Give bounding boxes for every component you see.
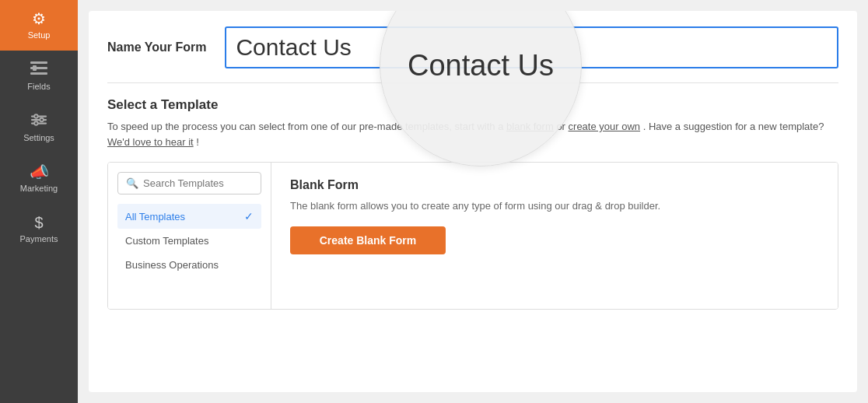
svg-point-7	[34, 114, 38, 118]
sidebar-label-marketing: Marketing	[20, 184, 58, 193]
search-input[interactable]	[143, 177, 253, 189]
template-nav-all-templates[interactable]: All Templates ✓	[117, 204, 261, 229]
name-form-label: Name Your Form	[107, 40, 206, 54]
sidebar: ⚙ Setup Fields Settings 📣	[0, 0, 78, 403]
svg-point-8	[40, 118, 44, 122]
sidebar-item-setup[interactable]: ⚙ Setup	[0, 0, 78, 51]
template-nav-business-operations[interactable]: Business Operations	[117, 253, 261, 277]
checkmark-icon: ✓	[244, 210, 254, 223]
svg-rect-0	[30, 61, 47, 64]
template-nav-custom-templates[interactable]: Custom Templates	[117, 229, 261, 253]
blank-form-desc: The blank form allows you to create any …	[290, 198, 819, 214]
fields-icon	[30, 61, 47, 78]
svg-point-9	[34, 121, 38, 125]
desc-text-4: !	[196, 136, 199, 148]
svg-rect-2	[30, 72, 47, 75]
main-content: Name Your Form Select a Template To spee…	[78, 0, 868, 403]
template-search-container[interactable]: 🔍	[117, 172, 261, 194]
sidebar-label-settings: Settings	[23, 133, 54, 142]
sidebar-label-fields: Fields	[27, 82, 50, 91]
form-panel: Name Your Form Select a Template To spee…	[89, 11, 857, 392]
template-content: Blank Form The blank form allows you to …	[271, 163, 838, 309]
marketing-icon: 📣	[30, 164, 49, 180]
sidebar-label-payments: Payments	[20, 234, 58, 244]
nav-all-templates-label: All Templates	[125, 211, 185, 223]
template-columns: 🔍 All Templates ✓ Custom Templates Busin…	[107, 162, 838, 310]
create-own-link[interactable]: create your own	[569, 121, 641, 132]
desc-text-3: . Have a suggestion for a new template?	[643, 121, 824, 132]
suggest-link[interactable]: We'd love to hear it	[107, 136, 194, 148]
template-sidebar: 🔍 All Templates ✓ Custom Templates Busin…	[108, 163, 271, 309]
create-blank-form-button[interactable]: Create Blank Form	[290, 226, 446, 254]
search-icon: 🔍	[126, 177, 138, 189]
setup-icon: ⚙	[32, 11, 46, 26]
desc-text-1: To speed up the process you can select f…	[107, 121, 503, 132]
settings-icon	[30, 113, 47, 129]
select-template-desc: To speed up the process you can select f…	[107, 119, 838, 149]
desc-text-2: or	[556, 121, 568, 132]
name-form-section: Name Your Form	[107, 26, 838, 83]
form-name-input[interactable]	[225, 26, 838, 68]
sidebar-item-fields[interactable]: Fields	[0, 51, 78, 102]
blank-form-link[interactable]: blank form	[506, 121, 554, 132]
nav-custom-templates-label: Custom Templates	[125, 235, 208, 247]
sidebar-item-payments[interactable]: $ Payments	[0, 204, 78, 254]
sidebar-item-settings[interactable]: Settings	[0, 102, 78, 153]
sidebar-label-setup: Setup	[28, 30, 51, 40]
blank-form-title: Blank Form	[290, 178, 819, 192]
svg-rect-3	[33, 65, 37, 71]
payments-icon: $	[34, 215, 43, 230]
select-template-section: Select a Template To speed up the proces…	[107, 97, 838, 149]
nav-business-label: Business Operations	[125, 259, 219, 271]
select-template-title: Select a Template	[107, 97, 838, 113]
sidebar-item-marketing[interactable]: 📣 Marketing	[0, 153, 78, 204]
